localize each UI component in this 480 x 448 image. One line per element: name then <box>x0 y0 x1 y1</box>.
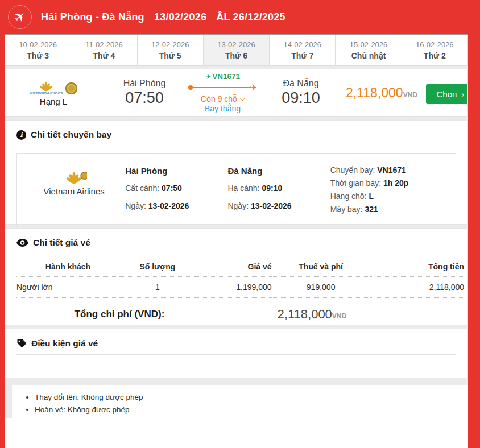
tab-day: Thứ 4 <box>93 51 115 60</box>
select-flight-button[interactable]: Chọn› <box>426 84 468 104</box>
title-date: 13/02/2026 <box>154 11 206 23</box>
condition-notes: Thay đổi tên: Không được phép Hoàn vé: K… <box>12 385 468 418</box>
fare-table-row: Người lớn 1 1,199,000 919,000 2,118,000 <box>16 277 464 298</box>
col-passenger: Hành khách <box>16 255 119 277</box>
skytrax-medal-icon <box>65 82 77 94</box>
tab-day: Thứ 3 <box>27 51 49 60</box>
tab-date: 10-02-2026 <box>19 40 57 49</box>
condition-list: Thay đổi tên: Không được phép Hoàn vé: K… <box>24 391 468 416</box>
date-tab-2[interactable]: 11-02-2026 Thứ 4 <box>71 35 137 66</box>
seats-left-dropdown[interactable]: Còn 9 chỗ <box>201 94 245 103</box>
origin-dot-icon <box>188 85 193 90</box>
vietnam-airlines-logo: VietnamAirlines <box>30 81 63 96</box>
col-quantity: Số lượng <box>119 255 196 277</box>
date-tab-4-selected[interactable]: 13-02-2026 Thứ 6 <box>204 35 270 66</box>
info-icon: i <box>16 130 26 140</box>
tags-icon <box>16 338 27 349</box>
fare-table-header-row: Hành khách Số lượng Giá vé Thuế và phí T… <box>16 255 464 277</box>
chevron-right-icon: › <box>461 90 464 99</box>
chevron-down-icon <box>239 95 245 101</box>
quantity: 1 <box>119 277 196 298</box>
tab-day: Chủ nhật <box>351 51 386 60</box>
arrival-time: 09:10 <box>258 89 344 107</box>
departure-details: Hải Phòng Cất cánh: 07:50 Ngày: 13-02-20… <box>125 164 227 217</box>
flight-result-row: VietnamAirlines Hạng L Hải Phòng 07:50 ✈… <box>5 69 468 117</box>
title-route: Hải Phòng - Đà Nẵng <box>41 11 144 23</box>
arrival-details: Đà Nẵng Hạ cánh: 09:10 Ngày: 13-02-2026 <box>227 164 330 217</box>
arrival-city: Đà Nẵng <box>258 78 344 89</box>
route-plane-icon: ✈ <box>250 82 257 93</box>
condition-item: Hoàn vé: Không được phép <box>35 404 468 416</box>
col-fare: Giá vé <box>196 255 272 277</box>
page: ✈ Hải Phòng - Đà Nẵng 13/02/2026 ÂL 26/1… <box>0 0 480 448</box>
date-tab-7[interactable]: 16-02-2026 Thứ 2 <box>402 35 468 66</box>
header-bar: ✈ Hải Phòng - Đà Nẵng 13/02/2026 ÂL 26/1… <box>0 0 480 34</box>
conditions-header: Điều kiện giá vé <box>16 338 456 355</box>
fare-amount: 1,199,000 <box>196 277 272 298</box>
arrival-cell: Đà Nẵng 09:10 <box>258 78 344 107</box>
route-cell: ✈VN1671 ✈ Còn 9 chỗ Bay thẳng <box>187 72 258 113</box>
col-total: Tổng tiền <box>370 255 464 277</box>
passenger-type: Người lớn <box>16 277 119 298</box>
date-tab-6[interactable]: 15-02-2026 Chủ nhật <box>336 35 402 66</box>
conditions-section: Điều kiện giá vé <box>5 329 468 378</box>
title-lunar-date: ÂL 26/12/2025 <box>216 11 285 23</box>
tab-date: 14-02-2026 <box>284 40 322 49</box>
grand-total-row: Tổng chi phí (VND): 2,118,000VND <box>16 298 464 325</box>
tab-day: Thứ 5 <box>159 51 181 60</box>
tab-date: 11-02-2026 <box>85 40 123 49</box>
grand-total-label: Tổng chi phí (VND): <box>16 309 222 320</box>
total-amount: 2,118,000 <box>370 277 464 298</box>
bottom-spacer <box>5 418 468 448</box>
tab-day: Thứ 6 <box>225 51 247 60</box>
flight-number: ✈VN1671 <box>187 72 258 81</box>
airline-name: Vietnam Airlines <box>23 184 125 198</box>
departure-cell: Hải Phòng 07:50 <box>102 78 187 107</box>
flight-info-details: Chuyến bay: VN1671 Thời gian bay: 1h 20p… <box>330 164 450 217</box>
skytrax-medal-icon <box>81 172 87 180</box>
tab-date: 12-02-2026 <box>151 40 189 49</box>
price-currency: VND <box>403 91 417 99</box>
tab-day: Thứ 2 <box>424 51 446 60</box>
flight-details-header: i Chi tiết chuyến bay <box>16 130 456 146</box>
date-tabs: 10-02-2026 Thứ 3 11-02-2026 Thứ 4 12-02-… <box>5 34 468 66</box>
direct-flight-label: Bay thẳng <box>187 104 258 113</box>
flight-details-section: i Chi tiết chuyến bay V <box>5 120 468 225</box>
eye-icon <box>16 239 28 247</box>
tab-day: Thứ 7 <box>291 51 313 60</box>
tab-date: 13-02-2026 <box>217 40 255 49</box>
fare-details-header: Chi tiết giá vé <box>16 238 464 254</box>
departure-time: 07:50 <box>102 89 187 107</box>
grand-total-value: 2,118,000VND <box>222 307 402 322</box>
lotus-icon <box>61 172 87 184</box>
tab-date: 15-02-2026 <box>350 40 388 49</box>
tax-amount: 919,000 <box>272 277 370 298</box>
content-column: 10-02-2026 Thứ 3 11-02-2026 Thứ 4 12-02-… <box>5 34 468 448</box>
page-title: Hải Phòng - Đà Nẵng 13/02/2026 ÂL 26/12/… <box>41 11 292 23</box>
fare-details-title: Chi tiết giá vé <box>33 238 90 248</box>
airline-identity: Vietnam Airlines <box>23 164 125 217</box>
fare-table: Hành khách Số lượng Giá vé Thuế và phí T… <box>16 255 464 298</box>
airplane-logo-icon: ✈ <box>8 5 32 29</box>
tab-date: 16-02-2026 <box>416 40 454 49</box>
fare-details-section: Chi tiết giá vé Hành khách Số lượng Giá … <box>5 228 468 325</box>
plane-icon: ✈ <box>205 73 211 81</box>
conditions-title: Điều kiện giá vé <box>31 338 98 349</box>
route-line: ✈ <box>188 82 257 93</box>
flight-details-box: Vietnam Airlines Hải Phòng Cất cánh: 07:… <box>16 153 456 227</box>
fare-class-label: Hạng L <box>5 97 102 106</box>
departure-city: Hải Phòng <box>102 78 187 89</box>
airline-logo-text: VietnamAirlines <box>30 90 63 96</box>
date-tab-5[interactable]: 14-02-2026 Thứ 7 <box>270 35 336 66</box>
flight-details-title: Chi tiết chuyến bay <box>31 130 111 140</box>
date-tab-1[interactable]: 10-02-2026 Thứ 3 <box>5 35 71 66</box>
date-tab-3[interactable]: 12-02-2026 Thứ 5 <box>138 35 204 66</box>
condition-item: Thay đổi tên: Không được phép <box>35 391 468 404</box>
price-value: 2,118,000 <box>346 85 403 100</box>
col-tax: Thuế và phí <box>272 255 370 277</box>
airline-cell: VietnamAirlines Hạng L <box>5 79 102 106</box>
